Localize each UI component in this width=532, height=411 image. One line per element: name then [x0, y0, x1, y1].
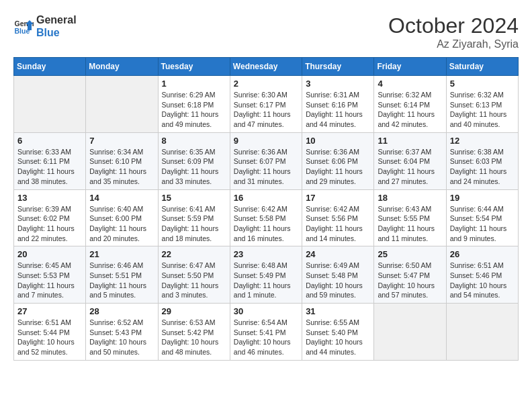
calendar-cell: 17Sunrise: 6:42 AM Sunset: 5:56 PM Dayli… — [302, 189, 374, 246]
calendar-cell — [446, 304, 518, 361]
calendar-cell: 30Sunrise: 6:54 AM Sunset: 5:41 PM Dayli… — [230, 304, 302, 361]
day-info: Sunrise: 6:40 AM Sunset: 6:00 PM Dayligh… — [89, 204, 154, 244]
location: Az Ziyarah, Syria — [388, 38, 519, 50]
day-info: Sunrise: 6:42 AM Sunset: 5:58 PM Dayligh… — [234, 204, 298, 244]
day-info: Sunrise: 6:55 AM Sunset: 5:40 PM Dayligh… — [306, 318, 370, 357]
calendar-table: SundayMondayTuesdayWednesdayThursdayFrid… — [13, 57, 519, 361]
title-block: October 2024 Az Ziyarah, Syria — [388, 13, 519, 50]
calendar-cell: 18Sunrise: 6:43 AM Sunset: 5:55 PM Dayli… — [374, 189, 446, 246]
calendar-cell: 4Sunrise: 6:32 AM Sunset: 6:14 PM Daylig… — [374, 76, 446, 133]
day-number: 31 — [306, 306, 370, 316]
calendar-cell: 24Sunrise: 6:49 AM Sunset: 5:48 PM Dayli… — [302, 246, 374, 304]
day-number: 19 — [450, 193, 515, 203]
day-number: 4 — [378, 79, 442, 89]
day-info: Sunrise: 6:29 AM Sunset: 6:18 PM Dayligh… — [162, 90, 226, 130]
calendar-cell: 29Sunrise: 6:53 AM Sunset: 5:42 PM Dayli… — [158, 304, 230, 361]
calendar-cell: 14Sunrise: 6:40 AM Sunset: 6:00 PM Dayli… — [86, 189, 158, 246]
day-info: Sunrise: 6:33 AM Sunset: 6:11 PM Dayligh… — [17, 147, 82, 187]
day-info: Sunrise: 6:46 AM Sunset: 5:51 PM Dayligh… — [89, 261, 154, 300]
day-info: Sunrise: 6:32 AM Sunset: 6:13 PM Dayligh… — [450, 90, 515, 130]
day-number: 28 — [89, 306, 154, 316]
weekday-header: Saturday — [446, 58, 518, 76]
calendar-week-row: 13Sunrise: 6:39 AM Sunset: 6:02 PM Dayli… — [14, 189, 519, 246]
day-number: 24 — [306, 249, 370, 259]
day-number: 3 — [306, 79, 370, 89]
day-info: Sunrise: 6:50 AM Sunset: 5:47 PM Dayligh… — [378, 261, 442, 300]
day-number: 15 — [162, 193, 226, 203]
calendar-cell — [374, 304, 446, 361]
day-number: 9 — [234, 136, 298, 146]
calendar-cell: 21Sunrise: 6:46 AM Sunset: 5:51 PM Dayli… — [86, 246, 158, 304]
day-number: 22 — [162, 249, 226, 259]
day-number: 1 — [162, 79, 226, 89]
day-number: 7 — [89, 136, 154, 146]
day-number: 2 — [234, 79, 298, 89]
day-info: Sunrise: 6:37 AM Sunset: 6:04 PM Dayligh… — [378, 147, 442, 187]
calendar-cell: 6Sunrise: 6:33 AM Sunset: 6:11 PM Daylig… — [14, 132, 86, 189]
day-info: Sunrise: 6:39 AM Sunset: 6:02 PM Dayligh… — [17, 204, 82, 244]
day-number: 18 — [378, 193, 442, 203]
day-info: Sunrise: 6:51 AM Sunset: 5:44 PM Dayligh… — [17, 318, 82, 357]
day-info: Sunrise: 6:30 AM Sunset: 6:17 PM Dayligh… — [234, 90, 298, 130]
calendar-cell: 1Sunrise: 6:29 AM Sunset: 6:18 PM Daylig… — [158, 76, 230, 133]
day-info: Sunrise: 6:54 AM Sunset: 5:41 PM Dayligh… — [234, 318, 298, 357]
day-number: 26 — [450, 249, 515, 259]
calendar-week-row: 27Sunrise: 6:51 AM Sunset: 5:44 PM Dayli… — [14, 304, 519, 361]
calendar-cell: 5Sunrise: 6:32 AM Sunset: 6:13 PM Daylig… — [446, 76, 518, 133]
day-info: Sunrise: 6:34 AM Sunset: 6:10 PM Dayligh… — [89, 147, 154, 187]
logo-text-blue: Blue — [36, 26, 77, 39]
logo-text-general: General — [36, 13, 77, 26]
day-number: 6 — [17, 136, 82, 146]
weekday-header: Monday — [86, 58, 158, 76]
day-info: Sunrise: 6:38 AM Sunset: 6:03 PM Dayligh… — [450, 147, 515, 187]
page-header: General Blue General Blue October 2024 A… — [13, 13, 519, 50]
calendar-cell: 27Sunrise: 6:51 AM Sunset: 5:44 PM Dayli… — [14, 304, 86, 361]
svg-text:Blue: Blue — [15, 27, 30, 35]
day-info: Sunrise: 6:49 AM Sunset: 5:48 PM Dayligh… — [306, 261, 370, 300]
day-number: 20 — [17, 249, 82, 259]
day-number: 17 — [306, 193, 370, 203]
calendar-cell: 31Sunrise: 6:55 AM Sunset: 5:40 PM Dayli… — [302, 304, 374, 361]
day-number: 16 — [234, 193, 298, 203]
day-info: Sunrise: 6:32 AM Sunset: 6:14 PM Dayligh… — [378, 90, 442, 130]
day-number: 8 — [162, 136, 226, 146]
calendar-week-row: 20Sunrise: 6:45 AM Sunset: 5:53 PM Dayli… — [14, 246, 519, 304]
calendar-week-row: 6Sunrise: 6:33 AM Sunset: 6:11 PM Daylig… — [14, 132, 519, 189]
day-number: 25 — [378, 249, 442, 259]
day-info: Sunrise: 6:47 AM Sunset: 5:50 PM Dayligh… — [162, 261, 226, 300]
day-info: Sunrise: 6:36 AM Sunset: 6:06 PM Dayligh… — [306, 147, 370, 187]
calendar-cell: 28Sunrise: 6:52 AM Sunset: 5:43 PM Dayli… — [86, 304, 158, 361]
calendar-cell: 3Sunrise: 6:31 AM Sunset: 6:16 PM Daylig… — [302, 76, 374, 133]
day-info: Sunrise: 6:35 AM Sunset: 6:09 PM Dayligh… — [162, 147, 226, 187]
month-title: October 2024 — [388, 13, 519, 38]
day-info: Sunrise: 6:41 AM Sunset: 5:59 PM Dayligh… — [162, 204, 226, 244]
day-info: Sunrise: 6:48 AM Sunset: 5:49 PM Dayligh… — [234, 261, 298, 300]
day-number: 14 — [89, 193, 154, 203]
calendar-cell — [14, 76, 86, 133]
calendar-cell: 9Sunrise: 6:36 AM Sunset: 6:07 PM Daylig… — [230, 132, 302, 189]
day-number: 23 — [234, 249, 298, 259]
day-info: Sunrise: 6:52 AM Sunset: 5:43 PM Dayligh… — [89, 318, 154, 357]
logo-icon: General Blue — [13, 16, 34, 36]
day-info: Sunrise: 6:31 AM Sunset: 6:16 PM Dayligh… — [306, 90, 370, 130]
weekday-header: Friday — [374, 58, 446, 76]
weekday-header: Tuesday — [158, 58, 230, 76]
calendar-cell: 15Sunrise: 6:41 AM Sunset: 5:59 PM Dayli… — [158, 189, 230, 246]
calendar-cell: 23Sunrise: 6:48 AM Sunset: 5:49 PM Dayli… — [230, 246, 302, 304]
calendar-cell: 7Sunrise: 6:34 AM Sunset: 6:10 PM Daylig… — [86, 132, 158, 189]
weekday-header: Wednesday — [230, 58, 302, 76]
logo: General Blue General Blue — [13, 13, 77, 39]
day-number: 13 — [17, 193, 82, 203]
calendar-cell — [86, 76, 158, 133]
day-info: Sunrise: 6:43 AM Sunset: 5:55 PM Dayligh… — [378, 204, 442, 244]
calendar-cell: 11Sunrise: 6:37 AM Sunset: 6:04 PM Dayli… — [374, 132, 446, 189]
day-info: Sunrise: 6:42 AM Sunset: 5:56 PM Dayligh… — [306, 204, 370, 244]
calendar-cell: 12Sunrise: 6:38 AM Sunset: 6:03 PM Dayli… — [446, 132, 518, 189]
day-number: 30 — [234, 306, 298, 316]
day-number: 11 — [378, 136, 442, 146]
day-number: 10 — [306, 136, 370, 146]
calendar-week-row: 1Sunrise: 6:29 AM Sunset: 6:18 PM Daylig… — [14, 76, 519, 133]
calendar-cell: 10Sunrise: 6:36 AM Sunset: 6:06 PM Dayli… — [302, 132, 374, 189]
calendar-cell: 16Sunrise: 6:42 AM Sunset: 5:58 PM Dayli… — [230, 189, 302, 246]
day-number: 21 — [89, 249, 154, 259]
